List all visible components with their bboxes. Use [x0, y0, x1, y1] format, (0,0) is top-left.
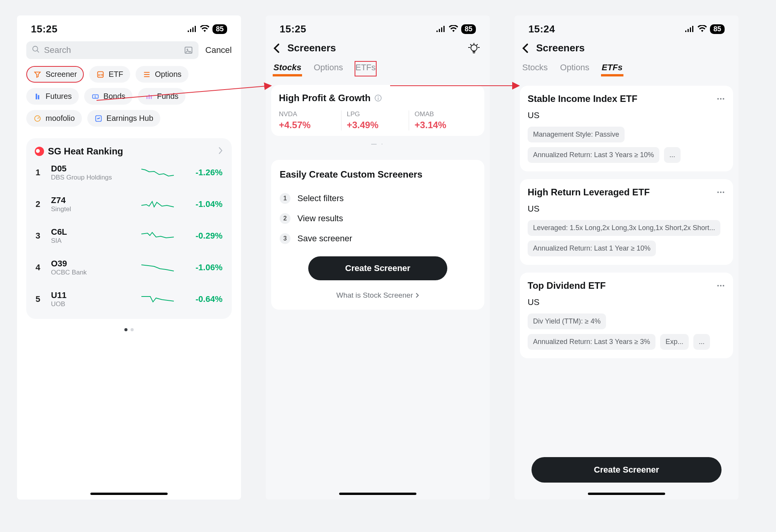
preset-ticker[interactable]: LPG +3.49% [341, 110, 409, 130]
preset-title: High Profit & Growth [279, 93, 370, 103]
heat-row[interactable]: 5 U11 UOB -0.64% [35, 283, 223, 315]
ticker-symbol: NVDA [279, 110, 336, 118]
chip-futures[interactable]: Futures [26, 88, 79, 105]
chip-label: Options [155, 70, 182, 79]
stock-fullname: SIA [51, 237, 136, 245]
link-label: What is Stock Screener [336, 291, 413, 300]
back-button[interactable] [273, 43, 280, 54]
heat-row[interactable]: 4 O39 OCBC Bank -1.06% [35, 252, 223, 283]
step-text: Select filters [297, 193, 344, 203]
svg-point-24 [723, 285, 724, 286]
status-clock: 15:25 [280, 23, 306, 35]
svg-point-16 [717, 98, 719, 100]
stock-symbol: Z74 [51, 195, 136, 205]
heat-ranking-title: SG Heat Ranking [48, 146, 123, 157]
filter-tag: Annualized Return: Last 3 Years ≥ 10% [528, 147, 659, 163]
chip-earnings-hub[interactable]: Earnings Hub [87, 110, 160, 127]
search-input[interactable]: Search [26, 41, 199, 59]
chip-label: Screener [46, 70, 77, 79]
svg-text:$: $ [94, 95, 96, 98]
chip-label: Bonds [104, 92, 126, 101]
chip-etf[interactable]: ETF ETF [89, 66, 130, 83]
create-screener-button[interactable]: Create Screener [531, 457, 722, 483]
heat-ranking-card[interactable]: SG Heat Ranking 1 D05 DBS Group Holdings… [26, 138, 232, 319]
category-chips: Screener ETF ETF Options Futures $ Bonds [17, 66, 241, 134]
phone-screen-screeners-stocks: 15:25 85 Screeners Stocks Options [266, 15, 490, 500]
more-icon[interactable] [716, 94, 725, 103]
svg-text:ETF: ETF [98, 73, 104, 76]
svg-point-17 [720, 98, 722, 100]
phone-screen-screeners-etfs: 15:24 85 Screeners Stocks Options ETFs [515, 15, 739, 500]
page-dot [131, 328, 134, 331]
back-button[interactable] [521, 43, 529, 54]
etf-region: US [528, 110, 725, 120]
status-bar: 15:25 85 [17, 15, 241, 38]
svg-line-1 [37, 51, 39, 52]
stock-symbol: U11 [51, 290, 136, 300]
status-icons: 85 [684, 24, 725, 34]
change-percent: -0.64% [180, 294, 222, 304]
more-icon[interactable] [716, 281, 725, 290]
etf-title: High Return Leveraged ETF [528, 187, 650, 198]
image-search-icon[interactable] [184, 46, 193, 55]
tab-etfs[interactable]: ETFs [355, 61, 377, 76]
tab-stocks[interactable]: Stocks [273, 61, 302, 76]
chip-options[interactable]: Options [136, 66, 188, 83]
home-indicator [90, 493, 168, 495]
chip-bonds[interactable]: $ Bonds [84, 88, 132, 105]
info-icon[interactable] [374, 94, 382, 102]
filter-tag: Div Yield (TTM): ≥ 4% [528, 313, 606, 329]
filter-tag: ... [664, 147, 681, 163]
step-text: Save screener [297, 234, 352, 244]
filter-tag: Annualized Return: Last 1 Year ≥ 10% [528, 241, 656, 256]
change-percent: -0.29% [180, 231, 222, 241]
heat-row[interactable]: 1 D05 DBS Group Holdings -1.26% [35, 157, 223, 188]
chip-funds[interactable]: Funds [138, 88, 186, 105]
chip-moofolio[interactable]: moofolio [26, 110, 82, 127]
sparkline-icon [141, 293, 175, 306]
ticker-change: +3.14% [414, 120, 471, 130]
svg-point-23 [720, 285, 722, 286]
etf-screener-card[interactable]: Top Dividend ETF US Div Yield (TTM): ≥ 4… [520, 273, 733, 358]
stock-fullname: OCBC Bank [51, 269, 136, 276]
wifi-icon [698, 25, 707, 34]
filter-tag: Annualized Return: Last 3 Years ≥ 3% [528, 334, 655, 350]
preset-screener-card[interactable]: High Profit & Growth NVDA +4.57% LPG +3.… [271, 85, 484, 136]
step-number: 3 [280, 233, 290, 244]
tab-etfs[interactable]: ETFs [601, 61, 623, 76]
etf-screener-card[interactable]: Stable Income Index ETF US Management St… [520, 86, 733, 171]
rank-number: 1 [36, 168, 46, 178]
step-row: 1 Select filters [280, 188, 476, 208]
stock-fullname: Singtel [51, 205, 136, 213]
heat-row[interactable]: 3 C6L SIA -0.29% [35, 220, 223, 252]
heat-row[interactable]: 2 Z74 Singtel -1.04% [35, 188, 223, 220]
preset-ticker[interactable]: OMAB +3.14% [409, 110, 477, 130]
sparkline-icon [141, 198, 175, 211]
what-is-link[interactable]: What is Stock Screener [280, 291, 476, 300]
chip-screener[interactable]: Screener [26, 66, 84, 83]
stock-symbol: O39 [51, 259, 136, 269]
page-dot [124, 328, 127, 331]
status-icons: 85 [187, 24, 227, 34]
create-screener-button[interactable]: Create Screener [308, 256, 447, 280]
wifi-icon [449, 25, 458, 34]
svg-point-19 [717, 191, 719, 193]
svg-rect-15 [378, 98, 379, 100]
tab-options[interactable]: Options [559, 61, 590, 76]
stock-fullname: DBS Group Holdings [51, 174, 136, 181]
home-indicator [339, 493, 416, 495]
tips-icon[interactable] [468, 42, 480, 54]
more-icon[interactable] [716, 188, 725, 197]
sparkline-icon [141, 261, 175, 274]
search-placeholder: Search [44, 45, 71, 55]
step-row: 2 View results [280, 208, 476, 229]
chevron-right-icon[interactable] [218, 146, 223, 156]
tab-options[interactable]: Options [313, 61, 344, 76]
svg-point-18 [723, 98, 724, 100]
tab-stocks[interactable]: Stocks [521, 61, 548, 76]
preset-ticker[interactable]: NVDA +4.57% [279, 110, 341, 130]
cancel-button[interactable]: Cancel [205, 45, 232, 55]
etf-screener-card[interactable]: High Return Leveraged ETF US Leveraged: … [520, 179, 733, 265]
sg-flag-icon [35, 147, 44, 156]
chevron-right-icon [415, 293, 419, 298]
